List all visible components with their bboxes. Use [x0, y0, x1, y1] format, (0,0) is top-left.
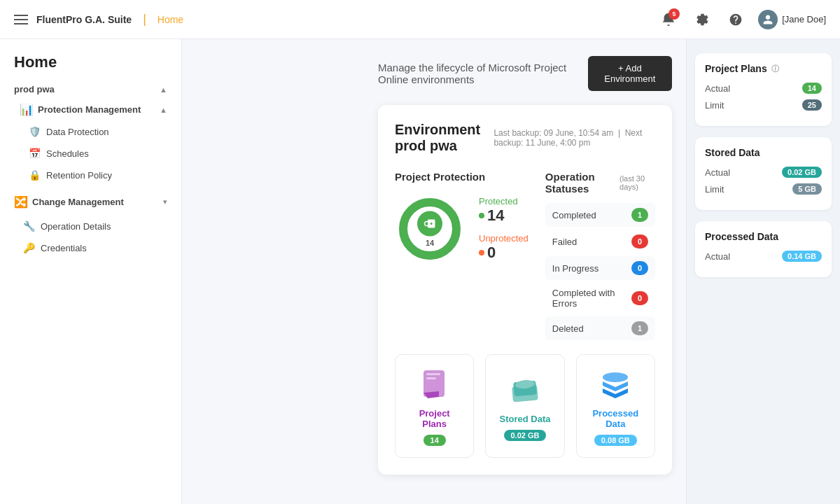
- rp-pp-actual-label: Actual: [705, 83, 730, 94]
- change-management-header[interactable]: 🔀 Change Management ▾: [14, 191, 167, 213]
- bottom-card-label: Stored Data: [500, 414, 551, 424]
- protection-management-label: Protection Management: [38, 104, 141, 115]
- protected-label: Protected: [479, 196, 528, 206]
- navbar: FluentPro G.A. Suite | Home 5 [Jane Doe]: [0, 0, 840, 39]
- bottom-card[interactable]: Processed Data 0.08 GB: [576, 354, 655, 458]
- sidebar-section-prod: prod pwa ▲ 📊 Protection Management ▲ 🛡️ …: [0, 80, 181, 258]
- operation-row: Deleted 1: [545, 316, 655, 340]
- unprotected-label: Unprotected: [479, 233, 528, 244]
- bottom-cards: Project Plans 14 Stored Data 0.02 GB Pro…: [395, 354, 655, 458]
- protection-chevron: ▲: [160, 106, 167, 114]
- rp-pp-limit-row: Limit 25: [705, 99, 822, 111]
- protection-section: Project Protection: [395, 171, 528, 340]
- operation-row-badge: 0: [631, 261, 648, 275]
- bottom-card-badge: 0.02 GB: [504, 430, 547, 441]
- operation-row-label: Completed with Errors: [552, 288, 631, 309]
- env-card-header: Environment prod pwa Last backup: 09 Jun…: [395, 122, 655, 154]
- protection-content: 14 Protected 14: [395, 194, 528, 264]
- env-card-meta: Last backup: 09 June, 10:54 am | Next ba…: [493, 128, 655, 148]
- bottom-card[interactable]: Project Plans 14: [395, 354, 474, 458]
- protection-group: 📊 Protection Management ▲ 🛡️ Data Protec…: [14, 99, 167, 186]
- sidebar: Home prod pwa ▲ 📊 Protection Management …: [0, 39, 182, 504]
- retention-label: Retention Policy: [46, 170, 112, 181]
- svg-rect-4: [426, 377, 436, 379]
- env-card-title: Environment prod pwa: [395, 122, 493, 154]
- bottom-card-icon: [597, 366, 634, 402]
- rp-processed-data-card: Processed Data Actual 0.14 GB: [695, 221, 832, 277]
- header-description: Manage the lifecycle of Microsoft Projec…: [378, 62, 588, 85]
- sidebar-item-schedules[interactable]: 📅 Schedules: [20, 143, 167, 164]
- sidebar-item-retention[interactable]: 🔒 Retention Policy: [20, 164, 167, 186]
- operation-row: Completed 1: [545, 203, 655, 227]
- gear-icon: [695, 13, 709, 27]
- change-icon: 🔀: [14, 195, 28, 209]
- rp-sd-limit-badge: 5 GB: [792, 183, 822, 195]
- protected-bullet: [479, 213, 484, 218]
- sidebar-item-credentials[interactable]: 🔑 Credentials: [14, 237, 167, 258]
- bottom-card-icon: [507, 372, 543, 408]
- notification-btn[interactable]: 5: [657, 8, 680, 31]
- prod-pwa-header[interactable]: prod pwa ▲: [14, 80, 167, 99]
- shield-icon: 🛡️: [28, 126, 41, 137]
- rp-pd-actual-badge: 0.14 GB: [782, 251, 822, 262]
- rp-pp-limit-label: Limit: [705, 100, 724, 111]
- sidebar-item-data-protection[interactable]: 🛡️ Data Protection: [20, 121, 167, 142]
- svg-rect-3: [426, 373, 440, 375]
- bottom-card-badge: 0.08 GB: [594, 435, 637, 446]
- rp-stored-data-title: Stored Data: [705, 147, 822, 158]
- rp-info-icon[interactable]: ⓘ: [771, 64, 779, 74]
- avatar: [758, 10, 778, 29]
- unprotected-stat: Unprotected 0: [479, 233, 528, 262]
- rp-sd-limit-label: Limit: [705, 184, 724, 195]
- operation-list: Completed 1 Failed 0 In Progress 0 Compl…: [545, 203, 655, 340]
- rp-pp-actual-row: Actual 14: [705, 83, 822, 94]
- sidebar-item-operation-details[interactable]: 🔧 Operation Details: [14, 216, 167, 237]
- settings-btn[interactable]: [691, 8, 713, 31]
- donut-chart: 14: [395, 194, 465, 264]
- credentials-label: Credentials: [41, 243, 87, 253]
- bottom-card-badge: 14: [424, 435, 446, 446]
- bottom-card-label: Project Plans: [407, 408, 462, 429]
- navbar-right: 5 [Jane Doe]: [657, 8, 826, 31]
- operation-row-badge: 1: [631, 208, 648, 222]
- operation-row-label: Completed: [552, 210, 596, 220]
- hamburger-menu[interactable]: [14, 15, 28, 24]
- operation-row: Completed with Errors 0: [545, 283, 655, 314]
- add-environment-button[interactable]: + Add Environment: [588, 56, 672, 91]
- nav-divider: |: [143, 12, 146, 27]
- protection-management-header[interactable]: 📊 Protection Management ▲: [20, 99, 167, 120]
- operation-row-label: Failed: [552, 237, 577, 247]
- bottom-card[interactable]: Stored Data 0.02 GB: [485, 354, 564, 458]
- protected-value: 14: [479, 206, 528, 225]
- nav-home-link[interactable]: Home: [158, 14, 183, 25]
- help-btn[interactable]: [724, 8, 747, 31]
- prod-pwa-label: prod pwa: [14, 84, 55, 94]
- operation-row: Failed 0: [545, 230, 655, 253]
- protection-icon: 📊: [20, 103, 34, 116]
- lock-inner-icon: [424, 218, 436, 230]
- rp-sd-actual-row: Actual 0.02 GB: [705, 167, 822, 178]
- notification-badge: 5: [668, 8, 680, 20]
- operation-icon: 🔧: [22, 220, 35, 232]
- rp-sd-actual-badge: 0.02 GB: [782, 167, 822, 178]
- rp-pd-actual-row: Actual 0.14 GB: [705, 251, 822, 262]
- rp-project-plans-card: Project Plans ⓘ Actual 14 Limit 25: [695, 53, 832, 126]
- user-menu[interactable]: [Jane Doe]: [758, 10, 826, 29]
- operation-section: Operation Statuses (last 30 days) Comple…: [545, 171, 655, 340]
- layout: Home prod pwa ▲ 📊 Protection Management …: [0, 0, 840, 504]
- lock-icon: 🔒: [28, 169, 41, 181]
- main: Manage the lifecycle of Microsoft Projec…: [364, 39, 686, 504]
- operation-details-label: Operation Details: [41, 221, 111, 232]
- operation-row-label: Deleted: [552, 323, 584, 334]
- rp-pd-actual-label: Actual: [705, 251, 730, 262]
- operation-row-label: In Progress: [552, 263, 598, 274]
- donut-inner-label: 14: [426, 239, 434, 247]
- protection-stats: Protected 14 Unprotected: [479, 196, 528, 262]
- user-name: [Jane Doe]: [782, 14, 826, 24]
- data-protection-label: Data Protection: [46, 127, 109, 137]
- bottom-card-icon: [416, 366, 453, 402]
- operation-row-badge: 0: [631, 234, 648, 248]
- change-management-label: Change Management: [32, 197, 124, 207]
- change-chevron: ▾: [163, 197, 167, 206]
- rp-project-plans-title: Project Plans ⓘ: [705, 63, 822, 74]
